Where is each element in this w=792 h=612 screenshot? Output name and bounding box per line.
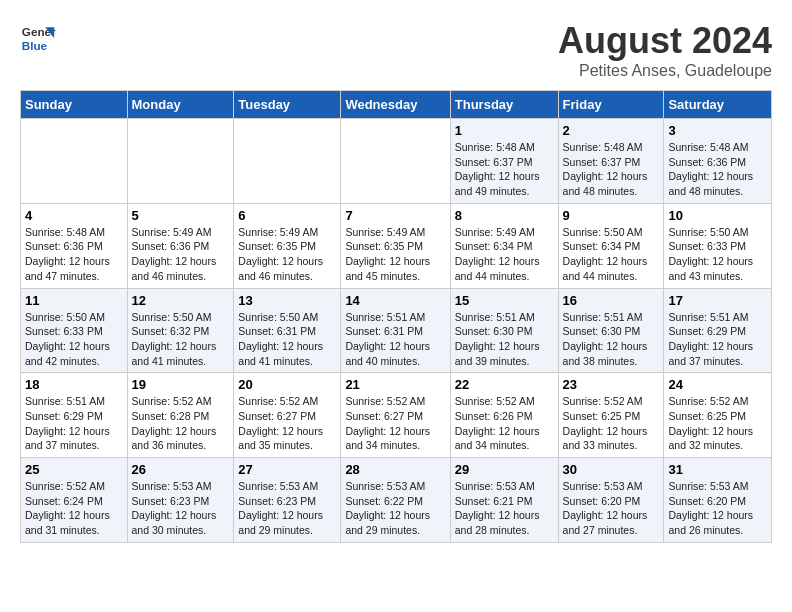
day-info: Sunrise: 5:51 AM Sunset: 6:29 PM Dayligh… <box>668 310 767 369</box>
day-info: Sunrise: 5:48 AM Sunset: 6:37 PM Dayligh… <box>455 140 554 199</box>
day-cell: 29Sunrise: 5:53 AM Sunset: 6:21 PM Dayli… <box>450 458 558 543</box>
day-number: 27 <box>238 462 336 477</box>
day-cell: 20Sunrise: 5:52 AM Sunset: 6:27 PM Dayli… <box>234 373 341 458</box>
logo: General Blue <box>20 20 56 56</box>
week-row-2: 11Sunrise: 5:50 AM Sunset: 6:33 PM Dayli… <box>21 288 772 373</box>
day-cell: 4Sunrise: 5:48 AM Sunset: 6:36 PM Daylig… <box>21 203 128 288</box>
day-info: Sunrise: 5:49 AM Sunset: 6:35 PM Dayligh… <box>345 225 445 284</box>
day-cell: 14Sunrise: 5:51 AM Sunset: 6:31 PM Dayli… <box>341 288 450 373</box>
day-info: Sunrise: 5:52 AM Sunset: 6:24 PM Dayligh… <box>25 479 123 538</box>
day-cell: 12Sunrise: 5:50 AM Sunset: 6:32 PM Dayli… <box>127 288 234 373</box>
day-info: Sunrise: 5:53 AM Sunset: 6:23 PM Dayligh… <box>132 479 230 538</box>
day-number: 6 <box>238 208 336 223</box>
day-cell: 1Sunrise: 5:48 AM Sunset: 6:37 PM Daylig… <box>450 119 558 204</box>
day-number: 13 <box>238 293 336 308</box>
day-cell: 18Sunrise: 5:51 AM Sunset: 6:29 PM Dayli… <box>21 373 128 458</box>
day-info: Sunrise: 5:49 AM Sunset: 6:34 PM Dayligh… <box>455 225 554 284</box>
day-cell: 30Sunrise: 5:53 AM Sunset: 6:20 PM Dayli… <box>558 458 664 543</box>
week-row-0: 1Sunrise: 5:48 AM Sunset: 6:37 PM Daylig… <box>21 119 772 204</box>
day-number: 21 <box>345 377 445 392</box>
week-row-1: 4Sunrise: 5:48 AM Sunset: 6:36 PM Daylig… <box>21 203 772 288</box>
day-cell: 26Sunrise: 5:53 AM Sunset: 6:23 PM Dayli… <box>127 458 234 543</box>
day-cell <box>234 119 341 204</box>
week-row-3: 18Sunrise: 5:51 AM Sunset: 6:29 PM Dayli… <box>21 373 772 458</box>
header-wednesday: Wednesday <box>341 91 450 119</box>
day-cell: 24Sunrise: 5:52 AM Sunset: 6:25 PM Dayli… <box>664 373 772 458</box>
day-info: Sunrise: 5:53 AM Sunset: 6:23 PM Dayligh… <box>238 479 336 538</box>
day-info: Sunrise: 5:48 AM Sunset: 6:36 PM Dayligh… <box>25 225 123 284</box>
header-thursday: Thursday <box>450 91 558 119</box>
day-cell: 19Sunrise: 5:52 AM Sunset: 6:28 PM Dayli… <box>127 373 234 458</box>
day-number: 23 <box>563 377 660 392</box>
day-number: 28 <box>345 462 445 477</box>
day-cell: 6Sunrise: 5:49 AM Sunset: 6:35 PM Daylig… <box>234 203 341 288</box>
day-cell: 15Sunrise: 5:51 AM Sunset: 6:30 PM Dayli… <box>450 288 558 373</box>
day-cell: 17Sunrise: 5:51 AM Sunset: 6:29 PM Dayli… <box>664 288 772 373</box>
day-info: Sunrise: 5:50 AM Sunset: 6:33 PM Dayligh… <box>25 310 123 369</box>
day-number: 30 <box>563 462 660 477</box>
day-info: Sunrise: 5:52 AM Sunset: 6:27 PM Dayligh… <box>345 394 445 453</box>
day-info: Sunrise: 5:52 AM Sunset: 6:25 PM Dayligh… <box>668 394 767 453</box>
day-number: 12 <box>132 293 230 308</box>
day-cell: 27Sunrise: 5:53 AM Sunset: 6:23 PM Dayli… <box>234 458 341 543</box>
header-saturday: Saturday <box>664 91 772 119</box>
day-number: 20 <box>238 377 336 392</box>
day-info: Sunrise: 5:52 AM Sunset: 6:28 PM Dayligh… <box>132 394 230 453</box>
calendar-body: 1Sunrise: 5:48 AM Sunset: 6:37 PM Daylig… <box>21 119 772 543</box>
day-info: Sunrise: 5:53 AM Sunset: 6:20 PM Dayligh… <box>668 479 767 538</box>
day-cell: 7Sunrise: 5:49 AM Sunset: 6:35 PM Daylig… <box>341 203 450 288</box>
logo-icon: General Blue <box>20 20 56 56</box>
day-info: Sunrise: 5:50 AM Sunset: 6:32 PM Dayligh… <box>132 310 230 369</box>
day-number: 10 <box>668 208 767 223</box>
day-info: Sunrise: 5:53 AM Sunset: 6:20 PM Dayligh… <box>563 479 660 538</box>
day-number: 1 <box>455 123 554 138</box>
day-cell: 8Sunrise: 5:49 AM Sunset: 6:34 PM Daylig… <box>450 203 558 288</box>
day-cell: 28Sunrise: 5:53 AM Sunset: 6:22 PM Dayli… <box>341 458 450 543</box>
day-number: 8 <box>455 208 554 223</box>
header-sunday: Sunday <box>21 91 128 119</box>
day-cell: 23Sunrise: 5:52 AM Sunset: 6:25 PM Dayli… <box>558 373 664 458</box>
day-info: Sunrise: 5:51 AM Sunset: 6:29 PM Dayligh… <box>25 394 123 453</box>
day-number: 11 <box>25 293 123 308</box>
day-number: 4 <box>25 208 123 223</box>
day-cell: 22Sunrise: 5:52 AM Sunset: 6:26 PM Dayli… <box>450 373 558 458</box>
day-number: 22 <box>455 377 554 392</box>
header-tuesday: Tuesday <box>234 91 341 119</box>
day-number: 15 <box>455 293 554 308</box>
day-cell: 10Sunrise: 5:50 AM Sunset: 6:33 PM Dayli… <box>664 203 772 288</box>
day-cell: 11Sunrise: 5:50 AM Sunset: 6:33 PM Dayli… <box>21 288 128 373</box>
day-cell <box>341 119 450 204</box>
day-cell: 31Sunrise: 5:53 AM Sunset: 6:20 PM Dayli… <box>664 458 772 543</box>
day-info: Sunrise: 5:50 AM Sunset: 6:33 PM Dayligh… <box>668 225 767 284</box>
day-cell: 3Sunrise: 5:48 AM Sunset: 6:36 PM Daylig… <box>664 119 772 204</box>
day-number: 25 <box>25 462 123 477</box>
day-cell <box>127 119 234 204</box>
day-number: 26 <box>132 462 230 477</box>
day-cell: 21Sunrise: 5:52 AM Sunset: 6:27 PM Dayli… <box>341 373 450 458</box>
day-cell: 25Sunrise: 5:52 AM Sunset: 6:24 PM Dayli… <box>21 458 128 543</box>
header-friday: Friday <box>558 91 664 119</box>
day-cell: 9Sunrise: 5:50 AM Sunset: 6:34 PM Daylig… <box>558 203 664 288</box>
day-cell: 2Sunrise: 5:48 AM Sunset: 6:37 PM Daylig… <box>558 119 664 204</box>
day-number: 14 <box>345 293 445 308</box>
calendar-table: SundayMondayTuesdayWednesdayThursdayFrid… <box>20 90 772 543</box>
day-info: Sunrise: 5:52 AM Sunset: 6:26 PM Dayligh… <box>455 394 554 453</box>
day-info: Sunrise: 5:53 AM Sunset: 6:22 PM Dayligh… <box>345 479 445 538</box>
day-number: 19 <box>132 377 230 392</box>
day-number: 24 <box>668 377 767 392</box>
day-info: Sunrise: 5:52 AM Sunset: 6:27 PM Dayligh… <box>238 394 336 453</box>
day-info: Sunrise: 5:49 AM Sunset: 6:35 PM Dayligh… <box>238 225 336 284</box>
day-info: Sunrise: 5:51 AM Sunset: 6:31 PM Dayligh… <box>345 310 445 369</box>
day-number: 9 <box>563 208 660 223</box>
day-number: 31 <box>668 462 767 477</box>
day-info: Sunrise: 5:50 AM Sunset: 6:34 PM Dayligh… <box>563 225 660 284</box>
day-cell: 16Sunrise: 5:51 AM Sunset: 6:30 PM Dayli… <box>558 288 664 373</box>
day-number: 2 <box>563 123 660 138</box>
day-number: 17 <box>668 293 767 308</box>
subtitle: Petites Anses, Guadeloupe <box>558 62 772 80</box>
calendar-header-row: SundayMondayTuesdayWednesdayThursdayFrid… <box>21 91 772 119</box>
day-info: Sunrise: 5:51 AM Sunset: 6:30 PM Dayligh… <box>455 310 554 369</box>
title-section: August 2024 Petites Anses, Guadeloupe <box>558 20 772 80</box>
day-info: Sunrise: 5:49 AM Sunset: 6:36 PM Dayligh… <box>132 225 230 284</box>
day-number: 7 <box>345 208 445 223</box>
